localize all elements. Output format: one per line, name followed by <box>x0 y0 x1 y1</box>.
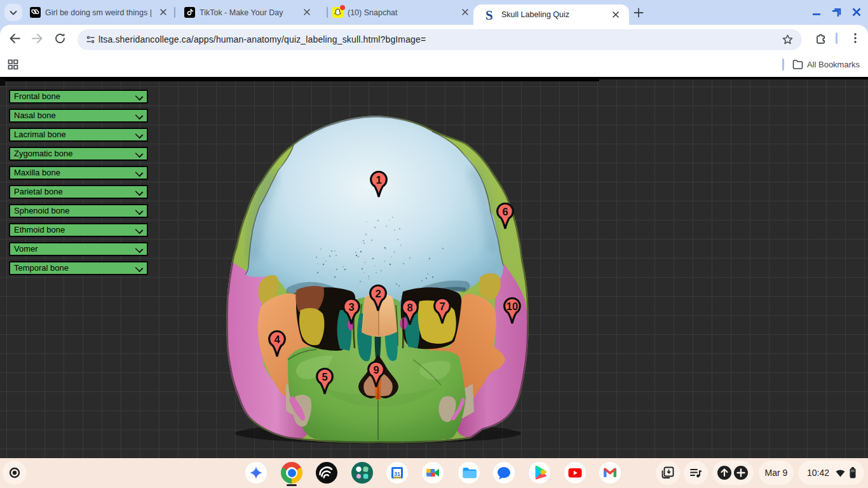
svg-text:6: 6 <box>502 206 508 217</box>
svg-text:3: 3 <box>348 301 354 313</box>
svg-text:4: 4 <box>274 334 280 345</box>
svg-text:31: 31 <box>394 471 400 477</box>
svg-text:2: 2 <box>375 288 381 299</box>
svg-text:10: 10 <box>506 301 518 312</box>
svg-text:8: 8 <box>407 302 412 313</box>
svg-text:7: 7 <box>439 301 445 312</box>
svg-text:5: 5 <box>322 371 327 383</box>
svg-text:9: 9 <box>373 364 379 376</box>
svg-text:1: 1 <box>376 174 381 186</box>
